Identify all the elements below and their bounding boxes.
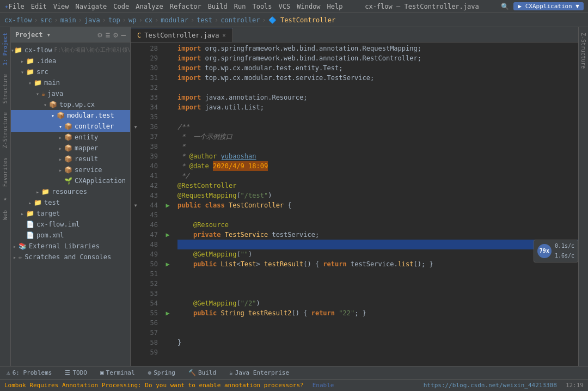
code-content[interactable]: import org.springframework.web.bind.anno… xyxy=(173,42,578,366)
minimize-icon[interactable]: — xyxy=(121,30,126,39)
sidebar-item-structure[interactable]: Structure xyxy=(1,71,9,107)
search-everywhere-icon[interactable]: 🔍 xyxy=(501,3,509,10)
tree-label: cx-flow xyxy=(24,46,52,54)
run-testservice-icon[interactable]: ▶ xyxy=(162,230,173,240)
menu-help[interactable]: Help xyxy=(327,3,343,10)
menu-run[interactable]: Run xyxy=(234,3,246,10)
sidebar-item-favorites[interactable]: Favorites xyxy=(1,154,9,190)
tree-item-test[interactable]: ▸ 📁 test xyxy=(11,197,130,208)
bottom-tab-problems[interactable]: ⚠ 6: Problems xyxy=(4,368,54,377)
tree-label: resources xyxy=(52,188,87,196)
breadcrumb-test[interactable]: test xyxy=(197,16,212,24)
status-right: https://blog.csdn.net/weixin_44213308 12… xyxy=(424,382,584,389)
menu-code[interactable]: Code xyxy=(113,3,129,10)
tree-item-cx-flow[interactable]: ▾ 📁 cx-flow F:\初心项目\初心工作流引领\cx-flow xyxy=(11,45,130,56)
tree-item-scratches[interactable]: ▸ ✏ Scratches and Consoles xyxy=(11,252,130,262)
code-line-28: import org.springframework.web.bind.anno… xyxy=(177,44,578,53)
tree-item-modular-test[interactable]: ▾ 📦 modular.test xyxy=(11,110,130,121)
breadcrumb-controller[interactable]: controller xyxy=(220,16,260,24)
breadcrumb-modular[interactable]: modular xyxy=(161,16,188,24)
code-line-44: public class TestController { xyxy=(177,200,578,210)
tree-label: java xyxy=(47,90,63,97)
project-panel-header: Project ▾ ⚙ ≡ ⚙ — xyxy=(11,27,130,42)
sidebar-item-z-structure[interactable]: Z-Structure xyxy=(1,109,9,151)
menu-refactor[interactable]: Refactor xyxy=(170,3,201,10)
tree-item-main[interactable]: ▾ 📁 main xyxy=(11,77,130,88)
breadcrumb: cx-flow › src › main › java › top › wp ›… xyxy=(0,13,588,27)
status-link[interactable]: https://blog.csdn.net/weixin_44213308 xyxy=(424,382,557,389)
line-numbers: 28293031 32333435 36373839 40414243 4445… xyxy=(140,42,162,366)
breadcrumb-cx-flow[interactable]: cx-flow xyxy=(4,16,32,24)
sidebar-item-git[interactable]: ★ xyxy=(2,192,8,205)
menu-view[interactable]: View xyxy=(53,3,69,10)
enable-link[interactable]: Enable xyxy=(313,382,334,389)
sidebar-item-web[interactable]: Web xyxy=(1,207,9,223)
right-icon-structure[interactable]: Z-Structure xyxy=(579,29,587,72)
code-editor[interactable]: ▾ ▾ xyxy=(131,42,578,366)
code-line-56 xyxy=(177,318,578,328)
bottom-toolbar: ⚠ 6: Problems ☰ TODO ▣ Terminal ❁ Spring… xyxy=(0,366,588,379)
tree-label: cx-flow.iml xyxy=(36,221,79,228)
tree-item-mapper[interactable]: ▸ 📦 mapper xyxy=(11,143,130,154)
breadcrumb-class[interactable]: 🔷 TestController xyxy=(268,16,335,24)
breadcrumb-top[interactable]: top xyxy=(108,16,120,24)
project-tree: ▾ 📁 cx-flow F:\初心项目\初心工作流引领\cx-flow ▸ 📁 … xyxy=(11,42,130,366)
menu-bar[interactable]: File Edit View Navigate Code Analyze Ref… xyxy=(9,3,343,10)
tree-item-entity[interactable]: ▸ 📦 entity xyxy=(11,132,130,143)
tree-item-iml[interactable]: ▸ 📄 cx-flow.iml xyxy=(11,219,130,230)
code-line-55: public String testResult2() { return "22… xyxy=(177,308,578,318)
breadcrumb-src[interactable]: src xyxy=(40,16,52,24)
run-testcontroller-icon[interactable]: ▶ xyxy=(162,200,173,210)
menu-analyze[interactable]: Analyze xyxy=(136,3,163,10)
java-enterprise-label: Java Enterprise xyxy=(235,369,289,376)
sidebar-item-project[interactable]: 1: Project xyxy=(1,29,9,69)
tab-close-button[interactable]: ✕ xyxy=(223,32,226,38)
bottom-tab-terminal[interactable]: ▣ Terminal xyxy=(98,368,137,377)
breadcrumb-cx[interactable]: cx xyxy=(145,16,152,24)
menu-vcs[interactable]: VCS xyxy=(279,3,291,10)
tree-item-idea[interactable]: ▸ 📁 .idea xyxy=(11,56,130,66)
tree-label: controller xyxy=(75,123,114,130)
tree-label: top.wp.cx xyxy=(59,101,95,108)
breadcrumb-java[interactable]: java xyxy=(84,16,100,24)
breadcrumb-wp[interactable]: wp xyxy=(128,16,136,24)
menu-navigate[interactable]: Navigate xyxy=(76,3,107,10)
tree-label: result xyxy=(75,155,98,163)
tree-label: mapper xyxy=(75,144,98,152)
menu-edit[interactable]: Edit xyxy=(31,3,47,10)
tree-item-controller[interactable]: ▾ 📦 controller xyxy=(11,121,130,132)
tree-item-target[interactable]: ▸ 📁 target xyxy=(11,208,130,219)
tree-item-src[interactable]: ▾ 📁 src xyxy=(11,66,130,77)
layout-icon[interactable]: ≡ xyxy=(106,30,110,39)
menu-window[interactable]: Window xyxy=(297,3,320,10)
code-line-31: import top.wp.cx.modular.test.service.Te… xyxy=(177,73,578,83)
bottom-tab-todo[interactable]: ☰ TODO xyxy=(63,368,89,377)
spring-icon: ❁ xyxy=(148,369,152,376)
run-testresult2-icon[interactable]: ▶ xyxy=(162,308,173,318)
bottom-tab-spring[interactable]: ❁ Spring xyxy=(146,368,177,377)
settings-icon[interactable]: ⚙ xyxy=(97,30,102,39)
todo-label: TODO xyxy=(72,369,87,376)
tree-item-top-wp-cx[interactable]: ▾ 📦 top.wp.cx xyxy=(11,99,130,110)
spring-label: Spring xyxy=(154,369,175,376)
tree-item-service[interactable]: ▸ 📦 service xyxy=(11,164,130,175)
menu-file[interactable]: File xyxy=(9,3,24,10)
tree-item-resources[interactable]: ▸ 📁 resources xyxy=(11,186,130,197)
menu-build[interactable]: Build xyxy=(208,3,228,10)
run-testresult-icon[interactable]: ▶ xyxy=(162,259,173,269)
tree-item-external-libs[interactable]: ▸ 📚 External Libraries xyxy=(11,241,130,252)
tree-label: src xyxy=(36,68,48,76)
bottom-tab-java-enterprise[interactable]: ☕ Java Enterprise xyxy=(227,368,291,377)
code-line-33: import javax.annotation.Resource; xyxy=(177,93,578,102)
options-icon[interactable]: ⚙ xyxy=(113,30,118,39)
menu-tools[interactable]: Tools xyxy=(252,3,272,10)
tab-testcontroller[interactable]: C TestController.java ✕ xyxy=(131,28,233,42)
tree-item-java[interactable]: ▾ ☕ java xyxy=(11,88,130,99)
tree-item-result[interactable]: ▸ 📦 result xyxy=(11,154,130,164)
bottom-tab-build[interactable]: 🔨 Build xyxy=(186,368,218,377)
window-title: cx-flow – TestController.java xyxy=(343,3,501,10)
run-config-button[interactable]: ▶ CXApplication ▼ xyxy=(513,2,584,10)
tree-item-cxapplication[interactable]: ▸ 🌱 CXApplication xyxy=(11,175,130,186)
tree-item-pom[interactable]: ▸ 📄 pom.xml xyxy=(11,230,130,241)
breadcrumb-main[interactable]: main xyxy=(60,16,76,24)
